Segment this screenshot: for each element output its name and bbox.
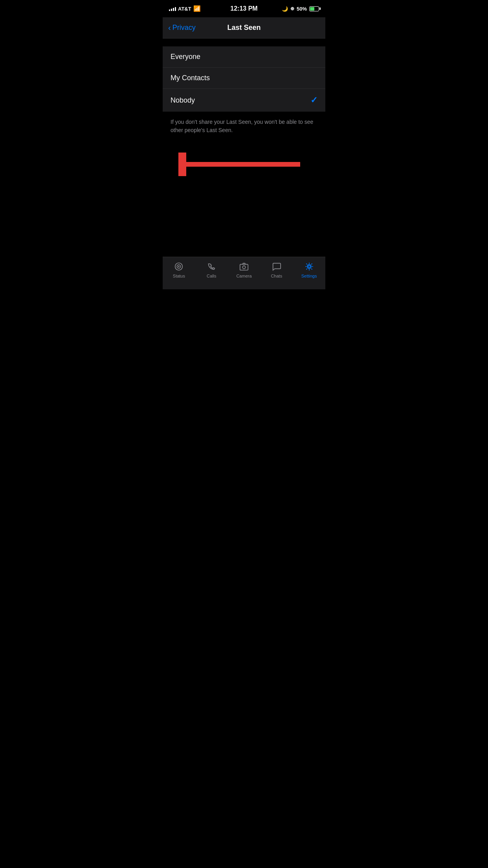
carrier-label: AT&T: [178, 6, 191, 12]
status-time: 12:13 PM: [230, 5, 257, 12]
option-my-contacts[interactable]: My Contacts: [163, 68, 325, 89]
tab-bar: Status Calls Camera Chats: [163, 257, 325, 289]
nav-bar: ‹ Privacy Last Seen: [163, 17, 325, 39]
tab-camera-label: Camera: [236, 274, 251, 278]
tab-chats-label: Chats: [271, 274, 282, 278]
camera-icon: [238, 261, 250, 272]
tab-settings[interactable]: Settings: [293, 261, 325, 278]
options-list: Everyone My Contacts Nobody ✓: [163, 46, 325, 112]
option-nobody-label: Nobody: [171, 96, 195, 105]
tab-status-label: Status: [173, 274, 185, 278]
lock-icon: ⊕: [290, 6, 294, 11]
svg-point-6: [242, 266, 245, 268]
status-bar-left: AT&T 📶: [169, 5, 201, 12]
battery-fill: [310, 7, 314, 11]
signal-bars-icon: [169, 6, 176, 11]
tab-calls-label: Calls: [207, 274, 216, 278]
option-my-contacts-label: My Contacts: [171, 74, 210, 82]
option-everyone[interactable]: Everyone: [163, 46, 325, 68]
checkmark-icon: ✓: [310, 95, 317, 105]
chevron-left-icon: ‹: [168, 23, 171, 32]
battery-icon: [309, 6, 319, 11]
page-title: Last Seen: [227, 24, 261, 32]
svg-point-7: [308, 265, 310, 268]
back-button[interactable]: ‹ Privacy: [168, 23, 196, 32]
chats-icon: [271, 261, 282, 272]
signal-bar-2: [171, 9, 172, 11]
svg-rect-5: [240, 264, 248, 270]
annotation-arrow: [178, 153, 304, 176]
wifi-icon: 📶: [193, 5, 201, 12]
option-nobody[interactable]: Nobody ✓: [163, 89, 325, 112]
tab-calls[interactable]: Calls: [195, 261, 228, 278]
back-label: Privacy: [172, 24, 196, 32]
status-icon: [173, 261, 184, 272]
signal-bar-3: [173, 8, 174, 11]
note-text: If you don't share your Last Seen, you w…: [163, 112, 325, 141]
status-bar-right: 🌙 ⊕ 50%: [282, 6, 319, 12]
status-bar: AT&T 📶 12:13 PM 🌙 ⊕ 50%: [163, 0, 325, 17]
tab-camera[interactable]: Camera: [228, 261, 261, 278]
signal-bar-4: [175, 7, 176, 11]
svg-point-4: [178, 266, 179, 267]
tab-status[interactable]: Status: [163, 261, 195, 278]
calls-icon: [206, 261, 217, 272]
moon-icon: 🌙: [282, 6, 288, 12]
nav-separator: [163, 39, 325, 46]
battery-percent: 50%: [297, 6, 307, 12]
tab-chats[interactable]: Chats: [260, 261, 293, 278]
option-everyone-label: Everyone: [171, 53, 200, 61]
tab-settings-label: Settings: [301, 274, 317, 278]
settings-icon: [304, 261, 315, 272]
signal-bar-1: [169, 9, 170, 11]
